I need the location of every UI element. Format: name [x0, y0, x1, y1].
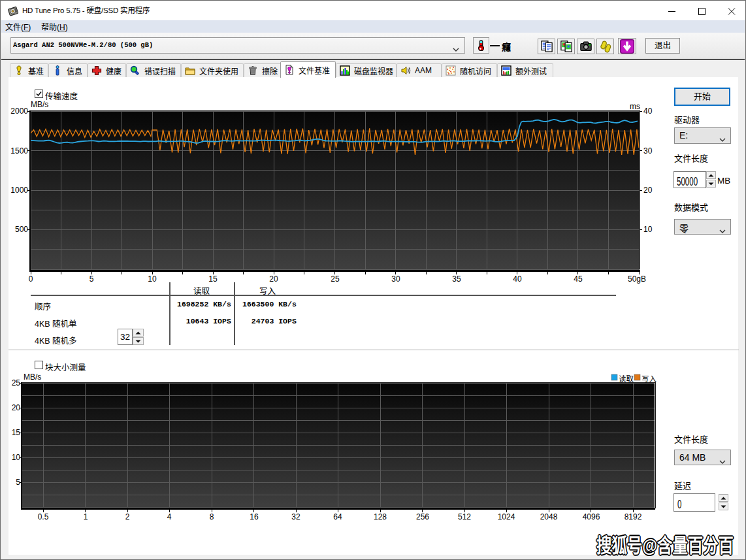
- svg-text:MB/s: MB/s: [24, 372, 41, 382]
- svg-text:500: 500: [15, 225, 28, 234]
- svg-text:1: 1: [84, 512, 88, 521]
- svg-text:8: 8: [210, 512, 214, 521]
- svg-text:10: 10: [12, 453, 21, 462]
- svg-text:64: 64: [333, 512, 342, 521]
- svg-text:0: 0: [29, 274, 33, 284]
- svg-text:15: 15: [12, 428, 21, 437]
- svg-text:40: 40: [643, 107, 653, 116]
- svg-text:1500: 1500: [10, 146, 28, 156]
- svg-text:50gB: 50gB: [628, 274, 646, 284]
- svg-text:15: 15: [208, 274, 218, 284]
- svg-text:1000: 1000: [10, 186, 28, 195]
- svg-text:35: 35: [452, 274, 461, 284]
- svg-text:0.5: 0.5: [38, 512, 49, 521]
- svg-text:5: 5: [89, 274, 94, 284]
- svg-text:512: 512: [458, 512, 471, 521]
- svg-text:30: 30: [391, 274, 400, 284]
- svg-text:20: 20: [12, 403, 21, 412]
- svg-text:4096: 4096: [583, 512, 600, 521]
- svg-text:32: 32: [291, 512, 300, 521]
- svg-text:128: 128: [374, 512, 387, 521]
- svg-text:16: 16: [250, 512, 259, 521]
- svg-text:8192: 8192: [624, 512, 642, 521]
- svg-text:4: 4: [167, 512, 172, 521]
- svg-text:2: 2: [125, 512, 130, 521]
- svg-text:ms: ms: [630, 102, 640, 111]
- svg-text:1024: 1024: [498, 512, 515, 521]
- svg-text:25: 25: [331, 274, 340, 284]
- svg-text:40: 40: [513, 274, 522, 284]
- svg-text:2000: 2000: [10, 107, 28, 116]
- svg-text:256: 256: [416, 512, 429, 521]
- svg-text:5: 5: [16, 478, 20, 487]
- svg-text:10: 10: [643, 225, 653, 234]
- svg-text:20: 20: [269, 274, 278, 284]
- svg-text:10: 10: [148, 274, 157, 284]
- svg-text:45: 45: [574, 274, 583, 284]
- svg-text:20: 20: [643, 186, 653, 195]
- svg-text:25: 25: [12, 378, 21, 387]
- svg-text:30: 30: [643, 146, 653, 156]
- svg-text:2048: 2048: [540, 512, 558, 521]
